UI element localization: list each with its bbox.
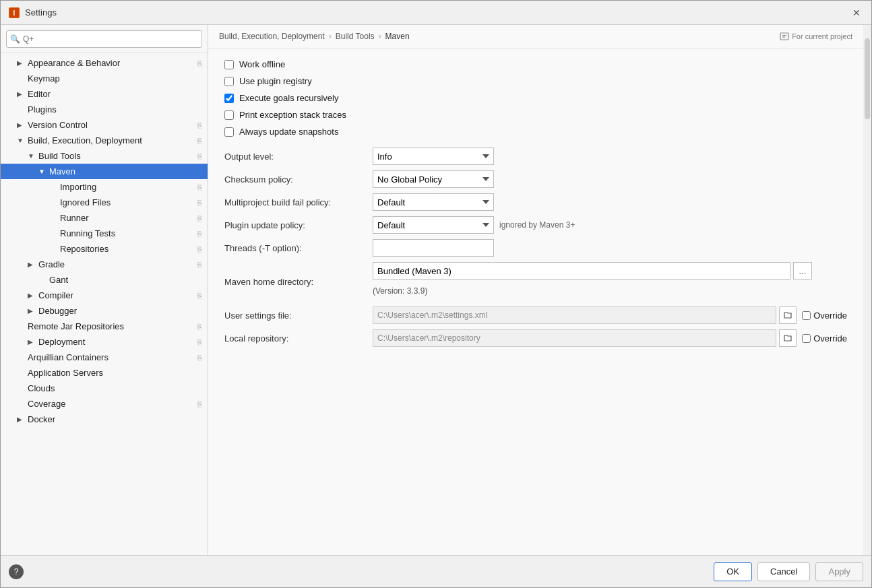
local-repo-control: Override xyxy=(373,327,847,350)
execute-goals-row: Execute goals recursively xyxy=(224,93,847,103)
sidebar-item-deployment[interactable]: ▶ Deployment ⎘ xyxy=(1,334,208,350)
copy-icon: ⎘ xyxy=(197,199,202,207)
sidebar-item-compiler[interactable]: ▶ Compiler ⎘ xyxy=(1,288,208,303)
sidebar-item-build-tools[interactable]: ▼ Build Tools ⎘ xyxy=(1,148,208,164)
checksum-policy-select[interactable]: No Global Policy Warn Fail xyxy=(373,170,494,188)
sidebar-item-label: Clouds xyxy=(28,383,55,393)
local-repo-browse-button[interactable] xyxy=(779,329,797,347)
user-settings-override-checkbox[interactable] xyxy=(802,311,811,320)
copy-icon: ⎘ xyxy=(197,230,202,238)
right-scrollbar[interactable] xyxy=(863,25,871,555)
local-repo-override-checkbox[interactable] xyxy=(802,334,811,343)
user-settings-control: Override xyxy=(373,304,847,327)
maven-home-control: Bundled (Maven 3) ... (Version: 3.3.9) xyxy=(373,259,847,304)
sidebar-item-importing[interactable]: Importing ⎘ xyxy=(1,179,208,195)
local-repo-label: Local repository: xyxy=(224,327,373,350)
sidebar-item-label: Runner xyxy=(60,213,89,223)
arrow-icon: ▶ xyxy=(28,338,34,346)
sidebar-item-label: Ignored Files xyxy=(60,197,111,207)
sidebar-item-label: Version Control xyxy=(28,120,88,130)
use-plugin-registry-label[interactable]: Use plugin registry xyxy=(239,76,312,86)
sidebar-item-app-servers[interactable]: Application Servers xyxy=(1,365,208,381)
maven-home-browse-button[interactable]: ... xyxy=(793,262,812,280)
maven-home-select[interactable]: Bundled (Maven 3) xyxy=(373,262,790,280)
output-level-select[interactable]: Info Debug Warn Error xyxy=(373,148,494,165)
arrow-icon: ▶ xyxy=(28,292,34,299)
copy-icon: ⎘ xyxy=(197,338,202,346)
work-offline-label[interactable]: Work offline xyxy=(239,59,285,69)
sidebar-item-debugger[interactable]: ▶ Debugger xyxy=(1,303,208,319)
ok-button[interactable]: OK xyxy=(714,562,752,581)
form-grid: Output level: Info Debug Warn Error Chec… xyxy=(224,145,847,350)
arrow-icon: ▶ xyxy=(17,59,24,67)
sidebar-item-appearance[interactable]: ▶ Appearance & Behavior ⎘ xyxy=(1,55,208,71)
breadcrumb: Build, Execution, Deployment › Build Too… xyxy=(208,25,863,48)
execute-goals-label[interactable]: Execute goals recursively xyxy=(239,93,338,103)
work-offline-row: Work offline xyxy=(224,59,847,69)
sidebar-item-label: Arquillian Containers xyxy=(28,352,108,362)
copy-icon: ⎘ xyxy=(197,152,202,160)
sidebar-item-repositories[interactable]: Repositories ⎘ xyxy=(1,241,208,257)
sidebar-item-coverage[interactable]: Coverage ⎘ xyxy=(1,396,208,412)
always-update-label[interactable]: Always update snapshots xyxy=(239,127,338,137)
always-update-checkbox[interactable] xyxy=(224,127,234,137)
use-plugin-registry-checkbox[interactable] xyxy=(224,77,234,86)
sidebar-item-label: Docker xyxy=(28,414,55,424)
multiproject-fail-select[interactable]: Default At End Never Fast xyxy=(373,193,494,211)
sidebar-item-label: Debugger xyxy=(38,306,77,316)
sidebar-item-gant[interactable]: Gant xyxy=(1,272,208,288)
sidebar-item-gradle[interactable]: ▶ Gradle ⎘ xyxy=(1,257,208,272)
cancel-button[interactable]: Cancel xyxy=(757,562,810,581)
close-button[interactable]: ✕ xyxy=(850,6,863,20)
user-settings-override-label[interactable]: Override xyxy=(813,311,847,321)
window-title: Settings xyxy=(25,7,57,18)
sidebar-item-label: Coverage xyxy=(28,399,65,409)
help-button[interactable]: ? xyxy=(9,564,24,579)
execute-goals-checkbox[interactable] xyxy=(224,94,234,103)
sidebar-item-keymap[interactable]: Keymap xyxy=(1,71,208,86)
sidebar-item-label: Importing xyxy=(60,182,96,192)
sidebar-item-label: Application Servers xyxy=(28,368,103,378)
arrow-icon: ▼ xyxy=(28,152,34,160)
arrow-icon: ▶ xyxy=(17,416,24,423)
user-settings-browse-button[interactable] xyxy=(779,306,797,324)
sidebar-item-plugins[interactable]: Plugins xyxy=(1,102,208,117)
search-input[interactable] xyxy=(6,30,202,48)
sidebar-item-version-control[interactable]: ▶ Version Control ⎘ xyxy=(1,117,208,133)
copy-icon: ⎘ xyxy=(197,354,202,362)
user-settings-input[interactable] xyxy=(373,306,776,324)
sidebar-item-remote-jar-repos[interactable]: Remote Jar Repositories ⎘ xyxy=(1,319,208,334)
sidebar-item-label: Editor xyxy=(28,89,51,99)
sidebar-item-label: Gant xyxy=(49,275,68,285)
local-repo-input[interactable] xyxy=(373,329,776,347)
sidebar-item-docker[interactable]: ▶ Docker xyxy=(1,412,208,427)
threads-input[interactable] xyxy=(373,239,494,257)
local-repo-override: Override xyxy=(802,333,847,344)
print-exception-checkbox[interactable] xyxy=(224,110,234,120)
sidebar-item-running-tests[interactable]: Running Tests ⎘ xyxy=(1,226,208,241)
search-box: 🔍 xyxy=(1,25,208,53)
sidebar-item-clouds[interactable]: Clouds xyxy=(1,381,208,396)
threads-label: Threads (-T option): xyxy=(224,236,373,259)
threads-control xyxy=(373,236,847,259)
settings-window: I Settings ✕ 🔍 ▶ Appearance & Behavior ⎘ xyxy=(0,0,872,588)
plugin-update-control: Default Always Never ignored by Maven 3+ xyxy=(373,214,847,236)
settings-tree: ▶ Appearance & Behavior ⎘ Keymap ▶ Edito… xyxy=(1,53,208,555)
copy-icon: ⎘ xyxy=(197,292,202,300)
project-label: For current project xyxy=(792,32,852,40)
local-repo-override-label[interactable]: Override xyxy=(813,333,847,344)
copy-icon: ⎘ xyxy=(197,245,202,253)
work-offline-checkbox[interactable] xyxy=(224,60,234,69)
print-exception-label[interactable]: Print exception stack traces xyxy=(239,110,346,120)
sidebar-item-editor[interactable]: ▶ Editor xyxy=(1,86,208,102)
sidebar-item-build-exec-deploy[interactable]: ▼ Build, Execution, Deployment ⎘ xyxy=(1,133,208,148)
sidebar-item-arquillian[interactable]: Arquillian Containers ⎘ xyxy=(1,350,208,365)
apply-button[interactable]: Apply xyxy=(815,562,863,581)
bottom-bar: ? OK Cancel Apply xyxy=(1,555,871,587)
copy-icon: ⎘ xyxy=(197,183,202,191)
sidebar-item-maven[interactable]: ▼ Maven xyxy=(1,164,208,179)
plugin-update-select[interactable]: Default Always Never xyxy=(373,216,494,234)
sidebar-item-runner[interactable]: Runner ⎘ xyxy=(1,210,208,226)
sidebar-item-ignored-files[interactable]: Ignored Files ⎘ xyxy=(1,195,208,210)
breadcrumb-part1: Build, Execution, Deployment xyxy=(219,32,325,41)
